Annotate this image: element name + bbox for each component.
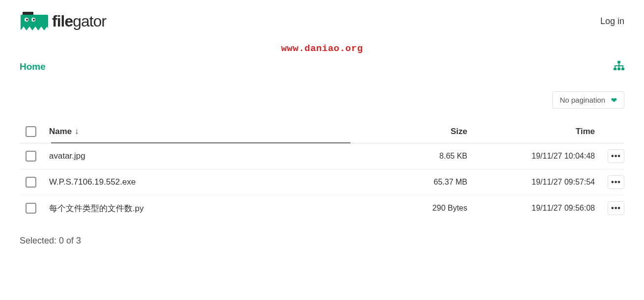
- svg-rect-11: [617, 61, 620, 63]
- table-row: avatar.jpg 8.65 KB 19/11/27 10:04:48 •••: [20, 143, 624, 169]
- table-row: W.P.S.7106.19.552.exe 65.37 MB 19/11/27 …: [20, 169, 624, 195]
- logo-text-gator: gator: [73, 12, 106, 30]
- header-underline: [51, 142, 350, 143]
- logo-gator-icon: [20, 11, 49, 31]
- column-header-size[interactable]: Size: [379, 127, 467, 136]
- file-name[interactable]: 每个文件类型的文件数.py: [49, 203, 379, 214]
- file-time: 19/11/27 10:04:48: [467, 152, 595, 161]
- svg-point-5: [33, 19, 35, 21]
- row-checkbox[interactable]: [26, 177, 36, 188]
- ellipsis-icon: •••: [611, 204, 621, 212]
- file-table: Name ↓ Size Time avatar.jpg 8.65 KB 19/1…: [20, 126, 624, 221]
- login-link[interactable]: Log in: [600, 16, 624, 27]
- pagination-row: No pagination ❤: [0, 73, 644, 109]
- ellipsis-icon: •••: [611, 152, 621, 160]
- row-actions-cell: •••: [595, 149, 624, 163]
- file-size: 8.65 KB: [379, 152, 467, 161]
- file-time: 19/11/27 09:56:08: [467, 204, 595, 213]
- logo-text-file: file: [52, 12, 73, 30]
- row-actions-button[interactable]: •••: [608, 201, 624, 215]
- row-checkbox[interactable]: [26, 203, 36, 214]
- select-all-cell: [20, 126, 49, 137]
- svg-rect-14: [621, 68, 624, 70]
- selected-count: Selected: 0 of 3: [0, 221, 644, 246]
- row-actions-button[interactable]: •••: [608, 175, 624, 189]
- breadcrumb-home[interactable]: Home: [20, 61, 46, 72]
- file-time: 19/11/27 09:57:54: [467, 178, 595, 187]
- logo-text: filegator: [52, 12, 106, 30]
- svg-rect-12: [614, 68, 617, 70]
- row-check-cell: [20, 203, 49, 214]
- table-header: Name ↓ Size Time: [20, 126, 624, 143]
- column-header-name[interactable]: Name ↓: [49, 127, 379, 136]
- row-actions-cell: •••: [595, 175, 624, 189]
- row-actions-button[interactable]: •••: [608, 149, 624, 163]
- row-check-cell: [20, 177, 49, 188]
- row-check-cell: [20, 151, 49, 162]
- pagination-select[interactable]: No pagination ❤: [552, 91, 624, 109]
- file-size: 65.37 MB: [379, 178, 467, 187]
- sitemap-icon[interactable]: [614, 61, 624, 73]
- column-header-time[interactable]: Time: [467, 127, 595, 136]
- row-checkbox[interactable]: [26, 151, 36, 162]
- file-size: 290 Bytes: [379, 204, 467, 213]
- table-row: 每个文件类型的文件数.py 290 Bytes 19/11/27 09:56:0…: [20, 195, 624, 221]
- pagination-label: No pagination: [560, 96, 605, 104]
- select-all-checkbox[interactable]: [26, 126, 36, 137]
- svg-point-3: [26, 19, 28, 21]
- svg-rect-13: [617, 68, 620, 70]
- file-name[interactable]: W.P.S.7106.19.552.exe: [49, 177, 379, 187]
- sort-down-icon: ↓: [75, 127, 79, 136]
- chevron-down-icon: ❤: [611, 96, 617, 104]
- header: filegator Log in: [0, 0, 644, 31]
- row-actions-cell: •••: [595, 201, 624, 215]
- logo[interactable]: filegator: [20, 11, 106, 31]
- ellipsis-icon: •••: [611, 178, 621, 186]
- file-name[interactable]: avatar.jpg: [49, 151, 379, 161]
- column-name-label: Name: [49, 127, 72, 136]
- watermark-text: www.daniao.org: [281, 43, 363, 54]
